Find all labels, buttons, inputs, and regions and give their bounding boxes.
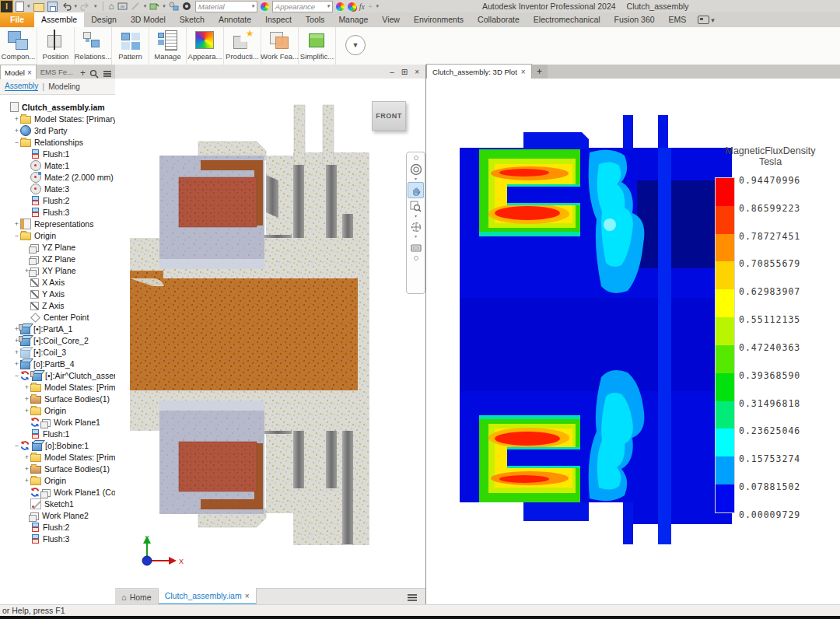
undo-dropdown-icon[interactable]: ▾ [75,3,78,9]
tree-item-work-plane2[interactable]: Work Plane2 [0,509,115,521]
tree-item-xz-plane[interactable]: XZ Plane [0,253,115,264]
browser-subtab-modeling[interactable]: Modeling [48,82,80,91]
ribbon-display-options-icon[interactable]: ▾ [698,12,715,27]
restore-icon[interactable]: ⊞ [401,68,408,76]
ribbon-tab-assemble[interactable]: Assemble [34,12,84,27]
tree-item-mate-2-2-000-mm[interactable]: Mate:2 (2.000 mm) [0,171,115,183]
document-tab-clutch-assembly-iam[interactable]: Clutch_assembly.iam× [159,588,257,605]
ribbon-tab-view[interactable]: View [375,12,407,27]
tree-item-air-clutch-assembly-1[interactable]: −[•]:Air^Clutch_assembly:1 [0,369,115,381]
tree-item-flush-3[interactable]: Flush:3 [0,533,115,544]
ribbon-tab-inspect[interactable]: Inspect [258,12,299,27]
add-panel-icon[interactable]: + [77,68,89,79]
ribbon-button-simplific[interactable]: Simplific... [299,27,336,65]
open-file-icon[interactable] [33,3,44,12]
home-icon[interactable]: ⌂ [109,1,114,12]
tree-item-model-states-primary[interactable]: +Model States: [Primary] [0,113,115,124]
sketch-dropdown-icon[interactable]: ▾ [144,3,147,9]
tree-expander-icon[interactable]: + [23,477,30,484]
tree-item-flush-2[interactable]: Flush:2 [0,194,115,206]
tree-item-flush-3[interactable]: Flush:3 [0,206,115,218]
tree-expander-icon[interactable]: + [13,220,20,228]
capture-icon[interactable] [117,2,128,11]
model-viewport[interactable]: – ⊞ × [115,65,425,605]
customize-qat-icon[interactable]: ▾ [376,3,379,9]
tree-item-flush-1[interactable]: Flush:1 [0,428,115,439]
add-qat-icon[interactable]: + [368,2,373,11]
tree-expander-icon[interactable]: + [23,383,30,391]
ribbon-button-pattern[interactable]: Pattern [112,27,149,65]
tree-expander-icon[interactable]: + [13,348,20,356]
new-file-dropdown-icon[interactable]: ▾ [27,3,30,9]
tree-item-flush-2[interactable]: Flush:2 [0,521,115,533]
clear-appearance-icon[interactable] [348,2,356,11]
tree-item-o-partb-4[interactable]: +[o]:PartB_4 [0,358,115,369]
minimize-icon[interactable]: – [390,68,394,76]
ribbon-tab-file[interactable]: File [0,12,34,27]
ribbon-tab-design[interactable]: Design [84,12,124,27]
zoom-icon[interactable] [408,199,423,214]
select-icon[interactable] [169,2,179,11]
chevron-down-icon[interactable]: ▾ [415,235,417,239]
navbar-grip[interactable] [414,156,418,160]
ribbon-collapse-button[interactable]: ▼ [345,35,366,55]
tree-item-y-axis[interactable]: Y Axis [0,288,115,299]
view-cube[interactable]: FRONT [372,101,406,131]
tree-item-origin[interactable]: +Origin [0,474,115,486]
tree-expander-icon[interactable]: + [23,453,30,461]
document-tabs-menu-icon[interactable] [407,593,418,602]
tree-expander-icon[interactable]: − [13,138,20,146]
plot-viewport[interactable]: Clutch_assembly: 3D Plot × + [425,65,840,605]
tree-item-sketch1[interactable]: Sketch1 [0,498,115,509]
sketch-icon[interactable] [131,2,141,11]
tree-expander-icon[interactable]: + [23,407,30,414]
close-icon[interactable]: × [415,68,419,76]
tree-item-model-states-primary[interactable]: +Model States: [Primary] [0,381,115,393]
tree-expander-icon[interactable]: + [13,115,20,123]
ribbon-button-manage[interactable]: Manage [149,27,187,65]
tree-item-surface-bodies-1[interactable]: +Surface Bodies(1) [0,463,115,474]
pan-icon[interactable] [408,182,424,198]
tree-item-mate-3[interactable]: Mate:3 [0,183,115,194]
tree-item-parta-1[interactable]: +[•]:PartA_1 [0,323,115,334]
ribbon-tab-3d-model[interactable]: 3D Model [124,12,173,27]
tree-item-relationships[interactable]: −Relationships [0,136,115,148]
redo-dropdown-icon[interactable]: ▾ [94,3,97,9]
save-icon[interactable] [47,2,58,12]
ribbon-button-compon[interactable]: Compon... [0,27,37,65]
tree-expander-icon[interactable]: − [13,232,20,240]
material-dropdown[interactable]: Material▾ [195,1,257,12]
ribbon-tab-collaborate[interactable]: Collaborate [471,12,527,27]
ribbon-tab-tools[interactable]: Tools [299,12,332,27]
look-at-icon[interactable] [408,240,423,254]
close-icon[interactable]: × [245,592,250,600]
close-icon[interactable]: × [521,68,526,76]
tree-item-o-bobine-1[interactable]: −[o]:Bobine:1 [0,439,115,451]
tree-expander-icon[interactable]: + [23,395,30,403]
browser-subtab-assembly[interactable]: Assembly [5,82,38,91]
ribbon-tab-annotate[interactable]: Annotate [212,12,258,27]
color-wheel-icon[interactable] [261,2,269,11]
navigation-wheel-icon[interactable] [408,162,423,177]
redo-icon[interactable] [80,2,91,11]
document-tab-home[interactable]: ⌂Home [115,589,159,605]
tree-expander-icon[interactable]: + [13,127,20,135]
close-icon[interactable]: × [27,68,32,77]
ribbon-button-position[interactable]: Position [37,27,75,65]
tree-item-yz-plane[interactable]: YZ Plane [0,241,115,253]
tree-item-model-states-primary[interactable]: +Model States: [Primary] [0,451,115,463]
tree-item-3rd-party[interactable]: +3rd Party [0,124,115,136]
tree-item-z-axis[interactable]: Z Axis [0,299,115,311]
adjust-appearance-icon[interactable] [336,2,345,11]
browser-menu-icon[interactable] [103,70,112,78]
search-icon[interactable] [89,69,99,79]
tree-item-origin[interactable]: +Origin [0,404,115,416]
ribbon-tab-ems[interactable]: EMS [662,12,694,27]
plot-document-tab[interactable]: Clutch_assembly: 3D Plot × [426,64,532,79]
tree-item-work-plane1[interactable]: Work Plane1 [0,416,115,428]
model-canvas[interactable]: FRONT ▾ ▾ [115,79,425,589]
tree-expander-icon[interactable]: − [13,372,20,379]
inventor-logo[interactable]: I [0,0,13,13]
tree-item-representations[interactable]: +Representations [0,218,115,229]
tree-item-coil-core-2[interactable]: +[•]:Coil_Core_2 [0,334,115,346]
